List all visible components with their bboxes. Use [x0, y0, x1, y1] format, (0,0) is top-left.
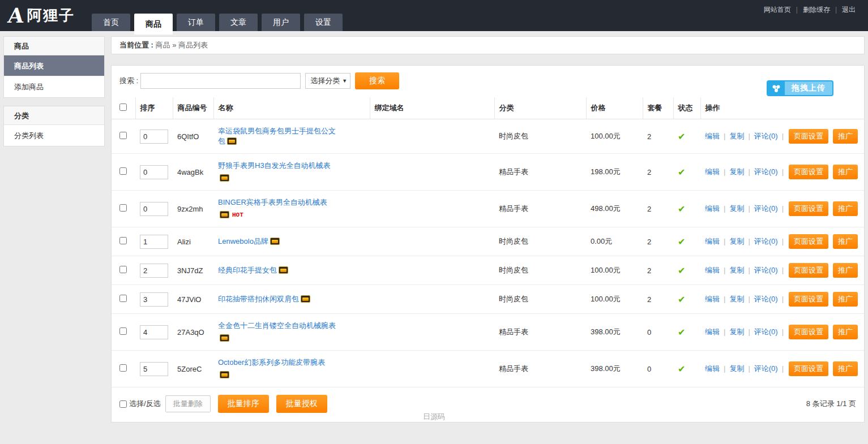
copy-link[interactable]: 复制: [729, 327, 744, 336]
promote-button[interactable]: 推广: [833, 165, 858, 179]
edit-link[interactable]: 编辑: [705, 266, 720, 274]
promote-button[interactable]: 推广: [833, 325, 858, 339]
page-settings-button[interactable]: 页面设置: [789, 292, 828, 307]
copy-link[interactable]: 复制: [729, 266, 744, 274]
category-select[interactable]: 选择分类: [305, 73, 350, 89]
edit-link[interactable]: 编辑: [705, 204, 720, 213]
page-settings-button[interactable]: 页面设置: [789, 325, 828, 339]
promote-button[interactable]: 推广: [833, 234, 858, 249]
row-checkbox[interactable]: [119, 295, 127, 302]
product-name-link[interactable]: October幻影系列多功能皮带腕表: [218, 358, 325, 367]
batch-sort-button[interactable]: 批量排序: [218, 395, 269, 413]
edit-link[interactable]: 编辑: [705, 364, 720, 373]
sort-input[interactable]: [140, 325, 168, 339]
drag-upload-button[interactable]: 拖拽上传: [767, 80, 833, 96]
page-settings-button[interactable]: 页面设置: [789, 234, 828, 249]
page-settings-button[interactable]: 页面设置: [789, 201, 828, 216]
sidebar-group: 商品 商品列表添加商品: [3, 36, 105, 98]
product-name-link[interactable]: BINGER宾格手表男全自动机械表: [218, 198, 327, 206]
copy-link[interactable]: 复制: [729, 364, 744, 373]
nav-tab[interactable]: 商品: [134, 14, 173, 35]
batch-auth-button[interactable]: 批量授权: [276, 395, 327, 413]
search-input[interactable]: [140, 73, 301, 89]
edit-link[interactable]: 编辑: [705, 327, 720, 336]
nav-tab[interactable]: 用户: [262, 14, 300, 31]
thumbnail-image-icon: [220, 334, 229, 342]
sidebar-item-商品列表[interactable]: 商品列表: [4, 55, 104, 76]
top-link[interactable]: 网站首页: [764, 6, 791, 14]
page-settings-button[interactable]: 页面设置: [789, 263, 828, 278]
sort-input[interactable]: [140, 292, 168, 307]
sort-input[interactable]: [140, 202, 168, 216]
product-name-link[interactable]: 野狼手表男H3自发光全自动机械表: [218, 161, 331, 170]
operations-cell: 编辑|复制|评论(0)|页面设置推广: [700, 285, 864, 314]
row-checkbox[interactable]: [119, 204, 127, 212]
comment-link[interactable]: 评论(0): [754, 167, 778, 176]
comment-link[interactable]: 评论(0): [754, 132, 778, 140]
category: 时尚皮包: [494, 285, 586, 314]
top-link[interactable]: 删除缓存: [803, 6, 830, 14]
product-name-link[interactable]: 经典印花手提女包: [218, 266, 277, 274]
sort-input[interactable]: [140, 130, 168, 144]
sort-input[interactable]: [140, 165, 168, 179]
sort-input[interactable]: [140, 362, 168, 376]
sidebar-item-添加商品[interactable]: 添加商品: [4, 76, 104, 97]
copy-link[interactable]: 复制: [729, 295, 744, 303]
status-check-icon: ✔: [678, 132, 685, 141]
product-name-link[interactable]: 全金色十二生肖镂空全自动机械腕表: [218, 321, 336, 330]
copy-link[interactable]: 复制: [729, 204, 744, 213]
status-check-icon: ✔: [678, 295, 685, 304]
sort-input[interactable]: [140, 235, 168, 249]
comment-link[interactable]: 评论(0): [754, 266, 778, 274]
row-checkbox[interactable]: [119, 132, 127, 139]
select-invert-checkbox[interactable]: [119, 400, 127, 408]
row-checkbox[interactable]: [119, 266, 127, 273]
ops-separator: |: [724, 237, 725, 245]
comment-link[interactable]: 评论(0): [754, 204, 778, 213]
page-settings-button[interactable]: 页面设置: [789, 165, 828, 179]
product-row: Alizi Lenwebolo品牌 时尚皮包 0.00元 2 ✔ 编辑|复制|评…: [112, 227, 864, 256]
copy-link[interactable]: 复制: [729, 132, 744, 140]
nav-tab[interactable]: 文章: [219, 14, 258, 31]
row-checkbox[interactable]: [119, 327, 127, 335]
batch-delete-button[interactable]: 批量删除: [165, 395, 211, 412]
search-button[interactable]: 搜索: [355, 72, 399, 89]
promote-button[interactable]: 推广: [833, 129, 858, 144]
comment-link[interactable]: 评论(0): [754, 237, 778, 245]
nav-tab[interactable]: 首页: [92, 14, 130, 31]
edit-link[interactable]: 编辑: [705, 295, 720, 303]
product-row: 27A3qO 全金色十二生肖镂空全自动机械腕表 精品手表 398.00元 0 ✔…: [112, 314, 864, 351]
top-link[interactable]: 退出: [842, 6, 856, 14]
copy-link[interactable]: 复制: [729, 167, 744, 176]
edit-link[interactable]: 编辑: [705, 167, 720, 176]
copy-link[interactable]: 复制: [729, 237, 744, 245]
ops-separator: |: [782, 364, 784, 373]
page-settings-button[interactable]: 页面设置: [789, 361, 828, 376]
sort-input[interactable]: [140, 264, 168, 278]
page-settings-button[interactable]: 页面设置: [789, 129, 828, 144]
comment-link[interactable]: 评论(0): [754, 295, 778, 303]
top-link-separator: |: [835, 6, 837, 14]
promote-button[interactable]: 推广: [833, 292, 858, 307]
row-checkbox[interactable]: [119, 237, 127, 244]
edit-link[interactable]: 编辑: [705, 132, 720, 140]
nav-tab[interactable]: 订单: [177, 14, 215, 31]
product-name-link[interactable]: 印花抽带搭扣休闲双肩包: [218, 295, 299, 303]
logo: A 阿狸子: [8, 3, 75, 27]
nav-tab[interactable]: 设置: [304, 14, 343, 31]
sidebar-item-分类列表[interactable]: 分类列表: [4, 125, 104, 146]
promote-button[interactable]: 推广: [833, 201, 858, 216]
edit-link[interactable]: 编辑: [705, 237, 720, 245]
comment-link[interactable]: 评论(0): [754, 364, 778, 373]
table-header-row: 排序商品编号名称绑定域名分类价格套餐状态操作: [112, 97, 864, 119]
operations-cell: 编辑|复制|评论(0)|页面设置推广: [700, 191, 864, 227]
comment-link[interactable]: 评论(0): [754, 327, 778, 336]
promote-button[interactable]: 推广: [833, 263, 858, 278]
row-checkbox[interactable]: [119, 364, 127, 372]
product-name-link[interactable]: Lenwebolo品牌: [218, 237, 268, 245]
nav-tab-label: 商品: [146, 19, 161, 29]
promote-button[interactable]: 推广: [833, 361, 858, 376]
row-checkbox[interactable]: [119, 167, 127, 175]
select-all-checkbox[interactable]: [119, 104, 127, 111]
name-cell: 幸运袋鼠男包商务包男士手提包公文包: [213, 119, 370, 154]
